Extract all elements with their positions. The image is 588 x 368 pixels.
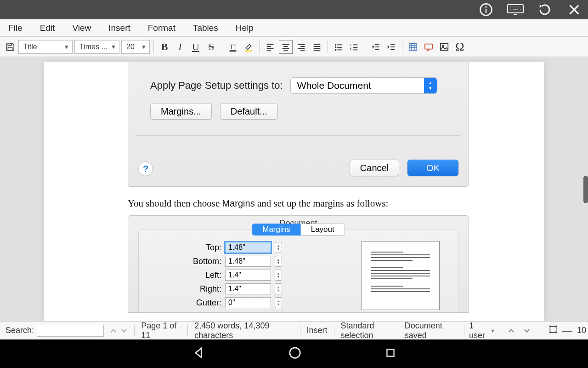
style-select[interactable]: Title▼	[18, 40, 73, 54]
keyboard-icon[interactable]	[507, 1, 524, 18]
menu-format[interactable]: Format	[148, 23, 175, 33]
chevron-down-icon: ▼	[490, 328, 495, 334]
search-prev-button[interactable]	[108, 324, 119, 337]
bottom-label: Bottom:	[180, 257, 221, 266]
caption-pre: You should then choose	[128, 198, 222, 209]
align-center-button[interactable]	[279, 40, 293, 54]
svg-rect-61	[550, 326, 556, 332]
svg-point-35	[335, 44, 336, 45]
indent-increase-button[interactable]	[384, 40, 398, 54]
svg-point-1	[485, 6, 486, 8]
symbol-button[interactable]: Ω	[453, 40, 467, 54]
svg-text:3: 3	[350, 48, 351, 52]
next-page-button[interactable]	[520, 324, 533, 337]
chevron-down-icon: ▼	[64, 44, 69, 50]
info-icon[interactable]	[478, 1, 494, 18]
svg-point-62	[290, 348, 300, 358]
table-button[interactable]	[406, 40, 420, 54]
insert-mode[interactable]: Insert	[305, 326, 329, 335]
page-setup-dialog-image: Apply Page Setup settings to: Whole Docu…	[128, 62, 469, 187]
stepper-icon: ▲▼	[275, 270, 282, 281]
page-preview	[362, 241, 440, 310]
search-next-button[interactable]	[119, 324, 130, 337]
prev-page-button[interactable]	[505, 324, 518, 337]
svg-point-39	[335, 49, 336, 50]
style-select-value: Title	[23, 43, 37, 51]
number-list-button[interactable]: 123	[347, 40, 361, 54]
font-color-button[interactable]: T	[226, 40, 240, 54]
right-input: 1.4"	[225, 283, 271, 294]
align-justify-button[interactable]	[310, 40, 324, 54]
italic-button[interactable]: I	[173, 40, 187, 54]
divider	[541, 325, 541, 336]
chevron-down-icon: ▼	[111, 44, 116, 50]
recent-icon[interactable]	[384, 347, 396, 361]
indent-decrease-button[interactable]	[369, 40, 383, 54]
selection-mode[interactable]: Standard selection	[339, 321, 401, 340]
strike-button[interactable]: S	[204, 40, 218, 54]
divider	[464, 325, 464, 336]
top-input: 1.48"	[225, 242, 271, 253]
divider	[402, 40, 402, 53]
menu-insert[interactable]: Insert	[108, 23, 130, 33]
top-label: Top:	[180, 243, 221, 253]
divider	[222, 40, 222, 53]
svg-rect-3	[508, 5, 523, 13]
divider	[136, 135, 460, 136]
divider	[259, 40, 260, 53]
cancel-button: Cancel	[350, 160, 399, 176]
align-left-button[interactable]	[263, 40, 277, 54]
bullet-list-button[interactable]	[332, 40, 345, 54]
save-icon[interactable]	[4, 40, 17, 53]
bold-button[interactable]: B	[158, 40, 171, 54]
body-text: You should then choose Margins and set u…	[128, 198, 388, 209]
status-bar: Search: Page 1 of 11 2,450 words, 14,309…	[0, 321, 588, 339]
svg-rect-18	[245, 50, 252, 52]
caption-bold: Margins	[222, 198, 255, 208]
underline-button[interactable]: U	[189, 40, 203, 54]
tab-layout: Layout	[301, 224, 345, 236]
margins-button: Margins...	[150, 103, 212, 120]
page-indicator[interactable]: Page 1 of 11	[139, 321, 183, 340]
search-label: Search:	[0, 326, 37, 335]
word-count[interactable]: 2,450 words, 14,309 characters	[192, 321, 295, 340]
left-label: Left:	[180, 270, 221, 280]
zoom-out-button[interactable]: —	[560, 325, 574, 337]
help-icon: ?	[138, 161, 153, 176]
refresh-icon[interactable]	[537, 1, 553, 18]
svg-text:T: T	[230, 43, 234, 50]
size-select[interactable]: 20▼	[121, 40, 150, 54]
menu-view[interactable]: View	[72, 23, 91, 33]
users-select[interactable]: 1 user▼	[469, 321, 495, 340]
align-right-button[interactable]	[294, 40, 308, 54]
menu-help[interactable]: Help	[236, 23, 254, 33]
back-icon[interactable]	[192, 346, 205, 362]
users-value: 1 user	[469, 321, 487, 340]
svg-rect-15	[8, 47, 12, 50]
document-area[interactable]: Apply Page Setup settings to: Whole Docu…	[0, 57, 588, 321]
divider	[334, 325, 334, 336]
stepper-icon: ▲▼	[275, 242, 282, 253]
stepper-icon: ▲▼	[275, 297, 282, 308]
fit-page-icon[interactable]	[548, 325, 558, 336]
highlight-button[interactable]	[242, 40, 255, 54]
image-button[interactable]	[437, 40, 451, 54]
comment-button[interactable]	[422, 40, 435, 54]
font-select[interactable]: Times ...▼	[74, 40, 119, 54]
scrollbar-thumb[interactable]	[583, 176, 588, 203]
menu-file[interactable]: File	[8, 23, 23, 33]
chevron-down-icon: ▼	[141, 44, 147, 50]
menu-edit[interactable]: Edit	[40, 23, 55, 33]
close-icon[interactable]	[566, 1, 582, 18]
divider	[134, 325, 135, 336]
divider	[153, 40, 154, 53]
system-top-bar	[0, 0, 588, 19]
saved-indicator: Document saved	[403, 321, 459, 340]
divider	[300, 325, 300, 336]
divider	[500, 325, 500, 336]
svg-rect-63	[387, 349, 394, 356]
menu-tables[interactable]: Tables	[193, 23, 218, 33]
home-icon[interactable]	[288, 346, 302, 362]
toolbar: Title▼ Times ...▼ 20▼ B I U S T 123 Ω	[0, 37, 588, 57]
search-input[interactable]	[37, 325, 104, 337]
